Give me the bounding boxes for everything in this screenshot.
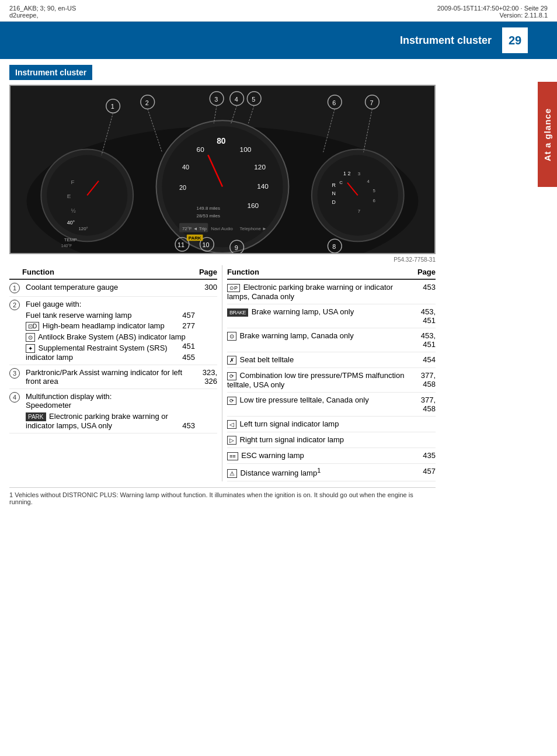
header-left-line1: 216_AKB; 3; 90, en-US (9, 5, 76, 12)
svg-text:28/53 miles: 28/53 miles (197, 213, 220, 219)
header-right-line1: 2009-05-15T11:47:50+02:00 · Seite 29 (437, 5, 548, 12)
left-column: Function Page 1 Coolant temperature gaug… (9, 265, 222, 481)
svg-text:5: 5 (373, 188, 375, 193)
svg-text:40°: 40° (67, 220, 75, 226)
table-row: ⟳ Combination low tire pressure/TPMS mal… (227, 368, 436, 393)
svg-text:149.8 miles: 149.8 miles (197, 206, 220, 211)
svg-text:20: 20 (179, 184, 186, 191)
section-title: Instrument cluster (9, 65, 92, 80)
svg-text:4: 4 (235, 96, 238, 103)
svg-text:7: 7 (370, 99, 373, 106)
svg-text:2: 2 (145, 99, 149, 106)
left-table-header: Function Page (9, 265, 217, 280)
svg-text:3: 3 (358, 171, 361, 176)
table-row: 1 Coolant temperature gauge 300 (9, 280, 217, 297)
svg-text:E: E (67, 193, 71, 199)
table-row: 3 Parktronic/Park Assist warning indicat… (9, 365, 217, 389)
right-column: Function Page ⊙P Electronic parking brak… (222, 265, 436, 481)
svg-text:140°F: 140°F (61, 244, 72, 248)
instrument-cluster-image: ½ F E 40° 120° 80 60 40 20 100 120 140 1… (9, 85, 436, 254)
svg-text:140: 140 (257, 182, 269, 190)
function-table: Function Page 1 Coolant temperature gaug… (9, 265, 436, 481)
svg-text:Telephone ►: Telephone ► (240, 226, 267, 231)
svg-text:Navi Audio: Navi Audio (211, 226, 233, 231)
main-content: Instrument cluster ½ F E 40° 120° (0, 59, 557, 511)
title-bar: Instrument cluster 29 (0, 22, 557, 59)
header-left-line2: d2ureepe, (9, 12, 76, 19)
svg-text:1: 1 (111, 103, 114, 110)
svg-text:1  2: 1 2 (343, 171, 350, 176)
svg-text:F: F (71, 179, 75, 185)
svg-text:C: C (339, 180, 343, 185)
doc-header: 216_AKB; 3; 90, en-US d2ureepe, 2009-05-… (0, 0, 557, 22)
svg-text:3: 3 (214, 96, 218, 103)
svg-text:60: 60 (197, 145, 205, 154)
svg-text:120: 120 (254, 163, 266, 171)
svg-text:160: 160 (247, 202, 259, 210)
svg-text:9: 9 (235, 244, 238, 251)
table-row: 2 Fuel gauge with: Fuel tank reserve war… (9, 297, 217, 365)
table-row: ▷ Right turn signal indicator lamp (227, 432, 436, 448)
svg-text:D: D (332, 199, 335, 205)
at-a-glance-tab: At a glance (538, 82, 557, 187)
svg-text:6: 6 (373, 198, 375, 203)
footnote: 1 Vehicles without DISTRONIC PLUS: Warni… (9, 487, 436, 505)
svg-text:72°F  ◄ Trip: 72°F ◄ Trip (182, 226, 207, 231)
svg-text:7: 7 (358, 209, 360, 214)
svg-text:8: 8 (332, 243, 336, 250)
table-row: BRAKE Brake warning lamp, USA only 453,4… (227, 304, 436, 328)
table-row: ⟳ Low tire pressure telltale, Canada onl… (227, 393, 436, 417)
svg-text:N: N (332, 190, 335, 196)
page-number: 29 (502, 27, 528, 53)
svg-text:80: 80 (217, 137, 226, 145)
svg-text:PARK: PARK (189, 235, 201, 241)
header-right-line2: Version: 2.11.8.1 (437, 12, 548, 19)
svg-text:120°: 120° (78, 226, 88, 231)
svg-text:TEMP: TEMP (64, 237, 77, 242)
table-row: ⊙ Brake warning lamp, Canada only 453,45… (227, 328, 436, 352)
table-row: ◁ Left turn signal indicator lamp (227, 417, 436, 432)
image-reference: P54.32-7758-31 (9, 256, 436, 263)
table-row: 4 Multifunction display with:Speedometer… (9, 389, 217, 434)
svg-text:5: 5 (252, 96, 255, 103)
table-row: ≡≡ ESC warning lamp 435 (227, 448, 436, 464)
svg-text:4: 4 (367, 179, 370, 184)
svg-text:R: R (332, 182, 335, 188)
table-row: ✗ Seat belt telltale 454 (227, 352, 436, 368)
svg-text:10: 10 (202, 241, 209, 248)
table-row: ⚠ Distance warning lamp1 457 (227, 464, 436, 481)
svg-text:40: 40 (182, 164, 189, 171)
title-label: Instrument cluster (400, 34, 492, 47)
svg-text:½: ½ (71, 207, 76, 214)
svg-text:11: 11 (177, 241, 184, 248)
svg-text:100: 100 (240, 145, 252, 154)
right-table-header: Function Page (227, 265, 436, 280)
svg-text:6: 6 (332, 99, 336, 106)
table-row: ⊙P Electronic parking brake warning or i… (227, 280, 436, 304)
